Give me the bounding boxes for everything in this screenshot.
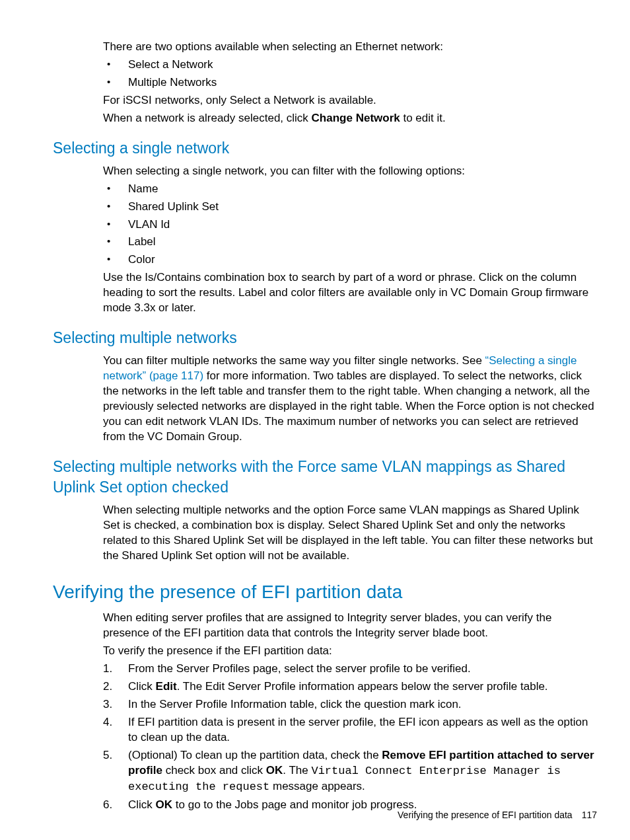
multi-para: You can filter multiple networks the sam…: [103, 354, 597, 445]
step-4: If EFI partition data is present in the …: [103, 715, 597, 745]
edit-label: Edit: [156, 680, 177, 693]
ok-label: OK: [266, 764, 283, 777]
change-network-label: Change Network: [312, 112, 400, 124]
text-run: to edit it.: [400, 112, 446, 124]
efi-p1: When editing server profiles that are as…: [103, 611, 597, 641]
text-run: . The Edit Server Profile information ap…: [177, 680, 548, 693]
page-footer: Verifying the presence of EFI partition …: [398, 809, 597, 821]
intro-options-list: Select a Network Multiple Networks: [103, 57, 597, 91]
list-item: Multiple Networks: [103, 75, 597, 91]
page-number: 117: [582, 810, 597, 820]
list-item: Name: [103, 182, 597, 197]
list-item: VLAN Id: [103, 217, 597, 233]
step-1: From the Server Profiles page, select th…: [103, 662, 597, 677]
step-3: In the Server Profile Information table,…: [103, 697, 597, 712]
text-run: Click: [128, 680, 156, 693]
force-para: When selecting multiple networks and the…: [103, 503, 597, 564]
text-run: check box and click: [162, 764, 266, 777]
text-run: When a network is already selected, clic…: [103, 112, 312, 124]
heading-force-vlan-mappings: Selecting multiple networks with the For…: [53, 457, 597, 498]
step-5: (Optional) To clean up the partition dat…: [103, 748, 597, 795]
heading-verifying-efi: Verifying the presence of EFI partition …: [53, 580, 597, 605]
intro-line2: For iSCSI networks, only Select a Networ…: [103, 93, 597, 108]
text-run: message appears.: [269, 780, 365, 792]
efi-steps: From the Server Profiles page, select th…: [103, 662, 597, 812]
intro-line3: When a network is already selected, clic…: [103, 111, 597, 126]
heading-selecting-single-network: Selecting a single network: [53, 138, 597, 159]
single-intro: When selecting a single network, you can…: [103, 164, 597, 179]
footer-title: Verifying the presence of EFI partition …: [398, 810, 573, 820]
text-run: to go to the Jobs page and monitor job p…: [172, 798, 417, 811]
text-run: You can filter multiple networks the sam…: [103, 354, 485, 367]
step-2: Click Edit. The Edit Server Profile info…: [103, 679, 597, 695]
text-run: (Optional) To clean up the partition dat…: [128, 749, 382, 761]
single-filters-list: Name Shared Uplink Set VLAN Id Label Col…: [103, 182, 597, 268]
text-run: . The: [283, 764, 311, 777]
page-content: There are two options available when sel…: [0, 0, 630, 840]
single-para: Use the Is/Contains combination box to s…: [103, 270, 597, 316]
list-item: Color: [103, 252, 597, 268]
ok-label: OK: [156, 798, 173, 811]
list-item: Select a Network: [103, 57, 597, 73]
heading-selecting-multiple-networks: Selecting multiple networks: [53, 328, 597, 348]
efi-p2: To verify the presence if the EFI partit…: [103, 644, 597, 659]
list-item: Shared Uplink Set: [103, 200, 597, 215]
list-item: Label: [103, 235, 597, 250]
intro-line1: There are two options available when sel…: [103, 40, 597, 55]
text-run: Click: [128, 798, 156, 811]
